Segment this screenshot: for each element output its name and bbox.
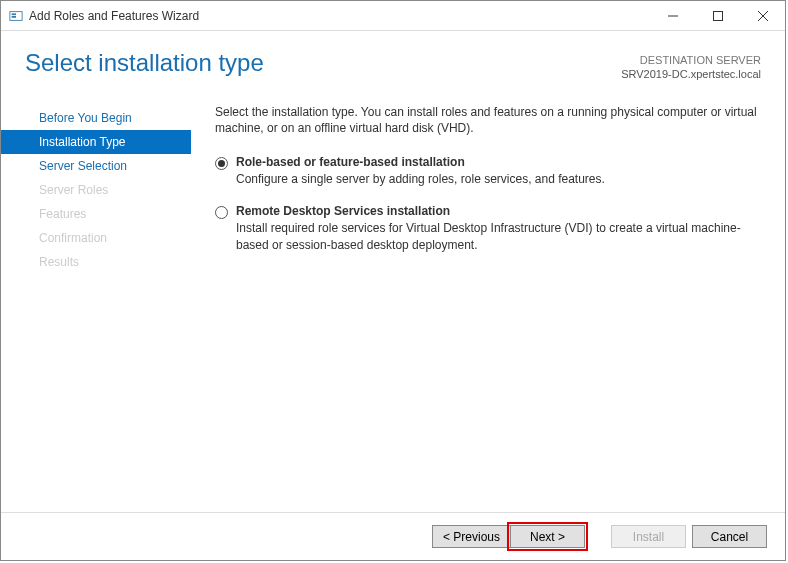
radio-content: Remote Desktop Services installation Ins… — [236, 204, 761, 254]
previous-button[interactable]: < Previous — [432, 525, 510, 548]
titlebar-left: Add Roles and Features Wizard — [9, 9, 199, 23]
app-icon — [9, 9, 23, 23]
next-button[interactable]: Next > — [510, 525, 585, 548]
cancel-button[interactable]: Cancel — [692, 525, 767, 548]
sidebar-item-server-roles: Server Roles — [1, 178, 191, 202]
install-button: Install — [611, 525, 686, 548]
titlebar: Add Roles and Features Wizard — [1, 1, 785, 31]
sidebar-item-results: Results — [1, 250, 191, 274]
radio-title: Remote Desktop Services installation — [236, 204, 761, 218]
sidebar-item-features: Features — [1, 202, 191, 226]
window-title: Add Roles and Features Wizard — [29, 9, 199, 23]
radio-role-based[interactable]: Role-based or feature-based installation… — [215, 155, 761, 188]
close-button[interactable] — [740, 1, 785, 30]
svg-rect-2 — [12, 16, 16, 18]
wizard-window: Add Roles and Features Wizard Select ins… — [0, 0, 786, 561]
header-area: Select installation type DESTINATION SER… — [1, 31, 785, 92]
radio-content: Role-based or feature-based installation… — [236, 155, 761, 188]
destination-label: DESTINATION SERVER — [621, 53, 761, 67]
sidebar-item-confirmation: Confirmation — [1, 226, 191, 250]
radio-button-icon — [215, 157, 228, 170]
radio-desc: Configure a single server by adding role… — [236, 171, 761, 188]
destination-server: DESTINATION SERVER SRV2019-DC.xpertstec.… — [621, 53, 761, 82]
sidebar-item-installation-type[interactable]: Installation Type — [1, 130, 191, 154]
window-controls — [650, 1, 785, 30]
content-area: Before You Begin Installation Type Serve… — [1, 92, 785, 500]
svg-rect-1 — [12, 13, 16, 15]
destination-value: SRV2019-DC.xpertstec.local — [621, 67, 761, 81]
sidebar: Before You Begin Installation Type Serve… — [1, 98, 191, 500]
maximize-button[interactable] — [695, 1, 740, 30]
radio-desc: Install required role services for Virtu… — [236, 220, 761, 254]
main-panel: Select the installation type. You can in… — [191, 98, 785, 500]
radio-title: Role-based or feature-based installation — [236, 155, 761, 169]
radio-remote-desktop[interactable]: Remote Desktop Services installation Ins… — [215, 204, 761, 254]
page-title: Select installation type — [25, 49, 264, 77]
minimize-button[interactable] — [650, 1, 695, 30]
footer: < Previous Next > Install Cancel — [1, 512, 785, 560]
sidebar-item-server-selection[interactable]: Server Selection — [1, 154, 191, 178]
sidebar-item-before-you-begin[interactable]: Before You Begin — [1, 106, 191, 130]
radio-button-icon — [215, 206, 228, 219]
svg-rect-4 — [713, 11, 722, 20]
intro-text: Select the installation type. You can in… — [215, 104, 761, 138]
nav-button-group: < Previous Next > — [432, 525, 585, 548]
